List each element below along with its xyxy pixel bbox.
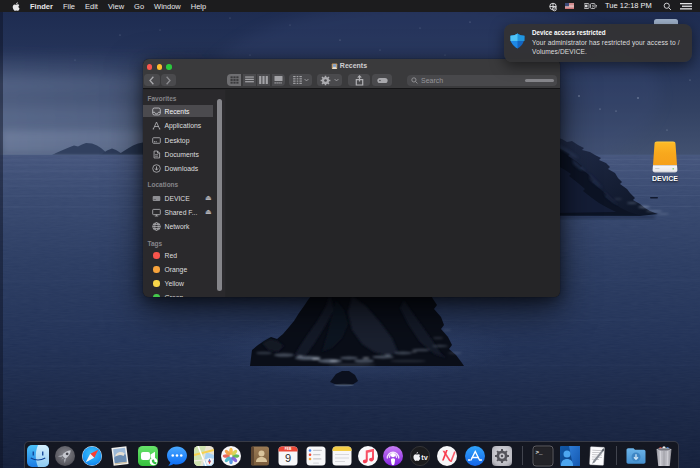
svg-text:9: 9: [284, 452, 290, 464]
svg-text:>_: >_: [536, 449, 544, 456]
svg-text:tv: tv: [421, 453, 427, 462]
svg-text:FEB: FEB: [284, 447, 291, 451]
